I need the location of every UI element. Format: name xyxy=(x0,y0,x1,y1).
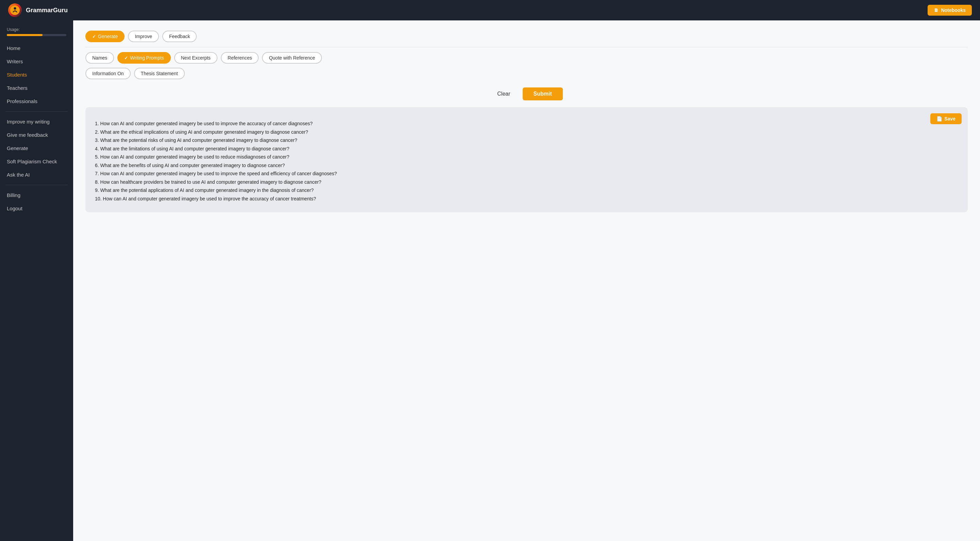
pill-generate[interactable]: ✓ Generate xyxy=(86,30,124,42)
sidebar-item-home[interactable]: Home xyxy=(0,41,73,55)
pill-next-excerpts[interactable]: Next Excerpts xyxy=(174,52,218,64)
output-card: 📄 Save 1. How can AI and computer genera… xyxy=(86,107,968,212)
output-line: 5. How can AI and computer generated ima… xyxy=(95,153,958,161)
svg-rect-2 xyxy=(14,11,16,11)
sidebar-divider-1 xyxy=(5,111,68,111)
sidebar-item-plagiarism[interactable]: Soft Plagiarism Check xyxy=(0,155,73,168)
sidebar: Usage: Home Writers Students Teachers Pr… xyxy=(0,21,73,541)
sidebar-item-students[interactable]: Students xyxy=(0,68,73,81)
top-pills-row: ✓ Generate Improve Feedback xyxy=(86,30,968,42)
navbar: GrammarGuru 🗎 Notebooks xyxy=(0,0,980,21)
output-line: 3. What are the potential risks of using… xyxy=(95,136,958,145)
checkmark-writing-icon: ✓ xyxy=(124,56,128,60)
output-text: 1. How can AI and computer generated ima… xyxy=(95,119,958,203)
pill-quote-with-reference[interactable]: Quote with Reference xyxy=(262,52,321,64)
sidebar-item-give-feedback[interactable]: Give me feedback xyxy=(0,128,73,142)
output-line: 2. What are the ethical implications of … xyxy=(95,128,958,137)
output-line: 6. What are the benefits of using AI and… xyxy=(95,161,958,170)
sidebar-item-generate[interactable]: Generate xyxy=(0,142,73,155)
usage-bar-fill xyxy=(7,34,43,36)
sidebar-item-improve[interactable]: Improve my writing xyxy=(0,115,73,128)
clear-button[interactable]: Clear xyxy=(490,88,517,100)
output-line: 7. How can AI and computer generated ima… xyxy=(95,169,958,178)
usage-section: Usage: xyxy=(0,26,73,41)
pill-improve[interactable]: Improve xyxy=(128,30,159,42)
sub-pills-row-2: Information On Thesis Statement xyxy=(86,68,968,79)
sidebar-item-ask-ai[interactable]: Ask the AI xyxy=(0,168,73,181)
pill-information-on[interactable]: Information On xyxy=(86,68,130,79)
usage-bar-bg xyxy=(7,34,66,36)
action-row: Clear Submit xyxy=(86,88,968,100)
output-line: 1. How can AI and computer generated ima… xyxy=(95,119,958,128)
sidebar-item-billing[interactable]: Billing xyxy=(0,188,73,202)
notebooks-icon: 🗎 xyxy=(934,8,939,13)
brand: GrammarGuru xyxy=(8,3,68,17)
sidebar-item-teachers[interactable]: Teachers xyxy=(0,81,73,95)
output-line: 10. How can AI and computer generated im… xyxy=(95,195,958,203)
output-line: 9. What are the potential applications o… xyxy=(95,186,958,195)
main-content: ✓ Generate Improve Feedback Names ✓ Writ… xyxy=(73,21,980,541)
logo-icon xyxy=(8,3,22,17)
usage-label: Usage: xyxy=(7,27,66,32)
sidebar-item-professionals[interactable]: Professionals xyxy=(0,95,73,108)
pill-feedback[interactable]: Feedback xyxy=(162,30,197,42)
svg-point-0 xyxy=(10,5,20,15)
app-body: Usage: Home Writers Students Teachers Pr… xyxy=(0,21,980,541)
sub-pills-row: Names ✓ Writing Prompts Next Excerpts Re… xyxy=(86,52,968,64)
save-button[interactable]: 📄 Save xyxy=(930,113,962,124)
svg-point-1 xyxy=(14,7,16,10)
notebooks-button[interactable]: 🗎 Notebooks xyxy=(928,5,972,16)
submit-button[interactable]: Submit xyxy=(523,88,563,100)
sidebar-divider-2 xyxy=(5,185,68,185)
pill-thesis-statement[interactable]: Thesis Statement xyxy=(134,68,185,79)
section-divider xyxy=(86,47,968,47)
sidebar-item-writers[interactable]: Writers xyxy=(0,55,73,68)
pill-names[interactable]: Names xyxy=(86,52,114,64)
pill-writing-prompts[interactable]: ✓ Writing Prompts xyxy=(118,52,170,64)
output-line: 4. What are the limitations of using AI … xyxy=(95,145,958,153)
save-icon: 📄 xyxy=(937,116,942,121)
app-title: GrammarGuru xyxy=(26,7,68,14)
checkmark-icon: ✓ xyxy=(92,34,96,39)
sidebar-item-logout[interactable]: Logout xyxy=(0,202,73,215)
pill-references[interactable]: References xyxy=(221,52,259,64)
output-line: 8. How can healthcare providers be train… xyxy=(95,178,958,186)
